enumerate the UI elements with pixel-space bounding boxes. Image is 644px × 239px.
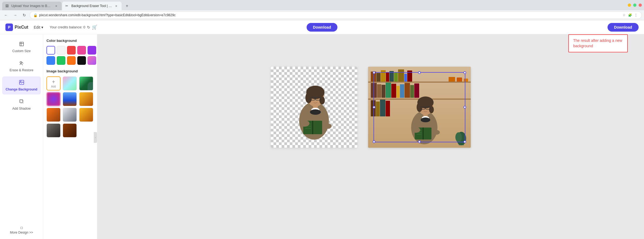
sidebar-item-erase-restore[interactable]: Erase & Restore [2, 57, 41, 75]
svg-point-5 [20, 81, 21, 82]
handle-bottom-right[interactable] [463, 140, 466, 143]
more-design-label: More Design >> [10, 231, 33, 234]
new-tab-button[interactable]: + [123, 2, 131, 10]
logo-icon: P [5, 23, 13, 31]
handle-top-center[interactable] [418, 71, 421, 74]
svg-point-23 [300, 120, 309, 127]
image-bg-thumb-blurry[interactable] [46, 92, 61, 106]
image-bg-thumb-gradient1[interactable] [63, 76, 77, 90]
color-swatch-blue[interactable] [46, 56, 55, 65]
handle-bottom-left[interactable] [373, 140, 375, 143]
handle-top-left[interactable] [373, 71, 375, 74]
tab-1[interactable]: 🖼 Upload Your Images to BG Rem... ✕ [2, 2, 62, 10]
app-logo: P PixCut [5, 23, 28, 31]
cart-icon[interactable]: 🛒 [92, 25, 97, 30]
person-svg [287, 72, 341, 142]
address-bar-row: ← → ↻ 🔒 pixcut.wondershare.com/edit-back… [0, 10, 644, 20]
selection-overlay [373, 72, 465, 142]
svg-rect-0 [20, 42, 24, 46]
add-image-bg-button[interactable]: + Add [46, 76, 61, 90]
tab-1-close[interactable]: ✕ [54, 4, 58, 8]
handle-middle-right[interactable] [463, 106, 466, 109]
canvas-area: The result after adding a new background [97, 34, 644, 239]
color-bg-title: Color background [46, 39, 94, 43]
credits-info: Your credits balance: 0 ↻ 🛒 [50, 25, 97, 30]
image-bg-thumb-arch[interactable] [79, 92, 93, 106]
edit-menu[interactable]: Edit ▾ [32, 24, 45, 31]
color-swatch-purple[interactable] [88, 46, 96, 55]
tab-2-favicon: ✂ [65, 4, 69, 8]
more-design-icon: ◻ [20, 226, 23, 230]
change-background-icon [19, 80, 24, 86]
color-swatch-orange[interactable] [67, 56, 76, 65]
sidebar-item-custom-size[interactable]: Custom Size [2, 38, 41, 56]
image-bg-thumb-books[interactable] [46, 123, 61, 137]
change-background-label: Change Background [6, 87, 37, 91]
image-bg-thumb-road[interactable] [63, 92, 77, 106]
right-canvas-panel [368, 67, 471, 148]
star-icon[interactable]: ☆ [622, 13, 626, 18]
more-design[interactable]: ◻ More Design >> [0, 224, 43, 237]
refresh-credits-icon[interactable]: ↻ [87, 25, 90, 29]
color-swatch-green[interactable] [57, 56, 65, 65]
download-button-right[interactable]: Download [608, 23, 639, 32]
color-swatch-black[interactable] [77, 56, 86, 65]
extension-icon[interactable]: 🧩 [628, 13, 632, 18]
svg-point-24 [323, 123, 332, 129]
erase-restore-label: Erase & Restore [9, 68, 33, 72]
svg-rect-19 [312, 121, 313, 134]
back-button[interactable]: ← [2, 11, 10, 19]
color-swatch-pink[interactable] [77, 46, 86, 55]
annotation-text: The result after adding a new background [573, 38, 622, 48]
download-button-center[interactable]: Download [306, 23, 338, 32]
color-swatch-white[interactable] [57, 46, 65, 55]
app-header: P PixCut Edit ▾ Your credits balance: 0 … [0, 20, 644, 34]
color-swatch-gradient[interactable] [88, 56, 96, 65]
maximize-button[interactable] [633, 4, 636, 7]
minimize-button[interactable] [628, 4, 631, 7]
image-bg-thumb-city[interactable] [79, 108, 93, 122]
address-bar[interactable]: 🔒 pixcut.wondershare.com/edit-background… [30, 11, 642, 19]
refresh-button[interactable]: ↻ [21, 11, 28, 19]
left-image-canvas [271, 67, 357, 148]
image-bg-thumb-street[interactable] [46, 108, 61, 122]
handle-bottom-center[interactable] [418, 140, 421, 143]
image-grid: + Add [46, 76, 94, 137]
forward-button[interactable]: → [11, 11, 19, 19]
address-text: pixcut.wondershare.com/edit-background.h… [39, 13, 620, 17]
menu-icon[interactable]: ⋮ [633, 13, 638, 18]
close-button[interactable] [639, 4, 642, 7]
svg-point-3 [20, 62, 22, 63]
custom-size-icon [19, 41, 24, 48]
tab-2-close[interactable]: ✕ [114, 4, 118, 8]
custom-size-label: Custom Size [12, 49, 31, 53]
svg-point-11 [305, 92, 312, 103]
image-bg-thumb-last[interactable] [63, 123, 77, 137]
sidebar-item-change-background[interactable]: Change Background [2, 76, 41, 95]
tab-2-label: Background Eraser Tool | Wonde... [71, 4, 112, 8]
handle-middle-left[interactable] [373, 106, 375, 109]
edit-chevron-icon: ▾ [41, 25, 43, 29]
main-layout: Custom Size Erase & Restore Change Bac [0, 34, 644, 239]
add-shadow-icon [19, 99, 24, 106]
annotation-box: The result after adding a new background [568, 34, 628, 52]
address-bar-icons: ☆ 🧩 ⋮ [622, 13, 638, 18]
image-bg-thumb-nature[interactable] [79, 76, 93, 90]
color-grid [46, 46, 94, 65]
sidebar-item-add-shadow[interactable]: Add Shadow [2, 96, 41, 114]
tab-1-label: Upload Your Images to BG Rem... [11, 4, 52, 8]
color-swatch-white-border[interactable] [46, 46, 55, 55]
color-swatch-red[interactable] [67, 46, 76, 55]
handle-top-right[interactable] [463, 71, 466, 74]
svg-rect-7 [21, 100, 24, 103]
svg-point-25 [310, 109, 321, 115]
image-bg-thumb-door[interactable] [63, 108, 77, 122]
tab-2[interactable]: ✂ Background Eraser Tool | Wonde... ✕ [62, 2, 122, 10]
left-canvas-panel [271, 67, 357, 148]
add-plus-icon: + [52, 79, 55, 85]
add-shadow-label: Add Shadow [12, 107, 31, 110]
right-image-canvas[interactable] [368, 67, 471, 148]
panel-collapse-handle[interactable]: › [94, 132, 97, 143]
image-bg-section: Image background + Add [46, 69, 94, 137]
image-bg-title: Image background [46, 69, 94, 73]
